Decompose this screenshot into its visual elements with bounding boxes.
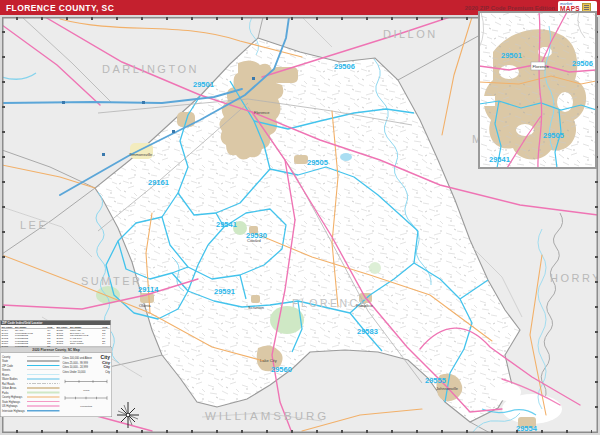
town-label-olanta: Olanta <box>139 303 152 308</box>
town-label-johnsonville: Johnsonville <box>436 386 459 391</box>
zip-index-table: ZIP Code Index/Grid Locator ZIP Code ZIP… <box>0 320 111 347</box>
county-label-williamsburg: WILLIAMSBURG <box>205 410 329 422</box>
zip-label-29541: 29541 <box>216 220 237 229</box>
zip-label-29506: 29506 <box>334 62 355 71</box>
inset-town-label: Florence <box>533 64 550 69</box>
inset-zip-29541: 29541 <box>489 155 510 164</box>
county-label-dillon: DILLON <box>383 28 438 40</box>
map-legend: 2020 Florence County, SC Map County Stat… <box>0 347 112 417</box>
town-label-scranton: Scranton <box>248 305 264 310</box>
legend-symbols-column: County State ZIP Code Streets Rivers Wat… <box>2 354 60 413</box>
county-label-darlington: DARLINGTON <box>102 63 199 75</box>
county-label-lee: LEE <box>20 219 48 231</box>
table-row: 29591SCRANTOND4 <box>57 342 110 345</box>
inset-zip-29505: 29505 <box>543 131 564 140</box>
town-label-florence: Florence <box>254 110 270 115</box>
zip-label-29161: 29161 <box>148 178 169 187</box>
legend-item: Interstate Highways <box>2 408 60 413</box>
zip-label-29555: 29555 <box>425 376 446 385</box>
page-title: FLORENCE COUNTY, SC <box>6 3 114 13</box>
zip-label-29560: 29560 <box>271 365 292 374</box>
zip-label-29505: 29505 <box>307 158 328 167</box>
legend-cities-column: Cities 100,000 and AboveCity Cities 25,0… <box>60 354 110 413</box>
scale-bar-miles: Miles <box>62 379 110 393</box>
town-label-lakecity: Lake City <box>260 358 277 363</box>
county-label-horry: HORRY <box>550 272 598 284</box>
inset-zip-29501: 29501 <box>501 51 522 60</box>
florence-city-inset-map: Florence 29501 29506 29505 29541 <box>478 11 597 169</box>
lake <box>340 153 352 161</box>
zip-label-29501: 29501 <box>193 80 214 89</box>
zip-label-29583: 29583 <box>357 327 378 336</box>
zip-label-29114: 29114 <box>138 285 159 294</box>
town-label-timmonsville: Timmonsville <box>129 152 153 157</box>
inset-zip-29506: 29506 <box>572 59 593 68</box>
map-page: FLORENCE COUNTY, SC 2020 ZIP Code Premiu… <box>0 0 600 435</box>
zip-label-29591: 29591 <box>214 287 235 296</box>
county-label-sumter: SUMTER <box>81 275 142 287</box>
town-label-coward: Coward <box>247 238 261 243</box>
scale-bar-kilometers: Kilometers <box>62 396 110 410</box>
town-label-pamplico: Pamplico <box>356 303 373 308</box>
legend-city-size: Cities Under 10,000City <box>62 371 110 377</box>
